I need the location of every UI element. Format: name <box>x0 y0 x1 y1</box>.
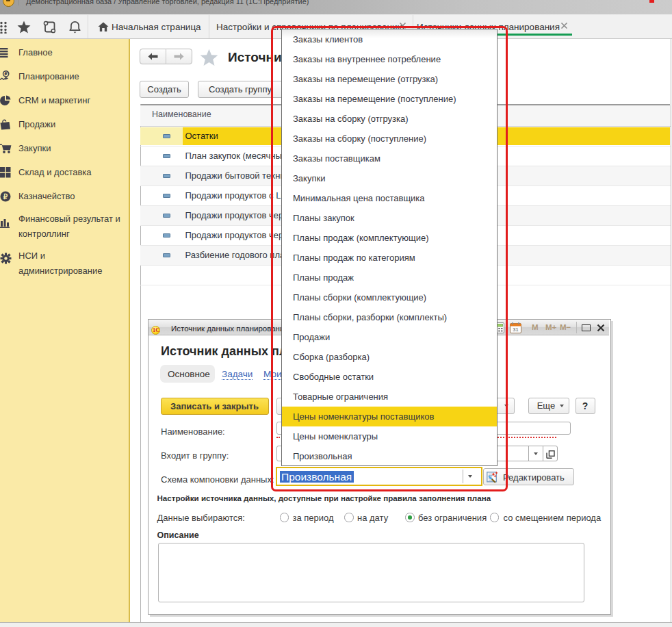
svg-text:₽: ₽ <box>4 71 8 76</box>
svg-text:31: 31 <box>513 327 518 333</box>
svg-text:₽: ₽ <box>3 193 8 201</box>
